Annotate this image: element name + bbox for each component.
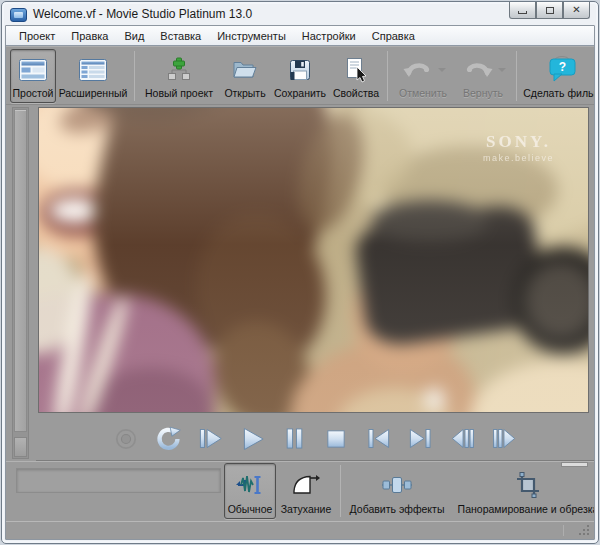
- add-effects-label: Добавить эффекты: [350, 503, 445, 516]
- redo-button[interactable]: Вернуть: [454, 49, 512, 103]
- fade-tool-label: Затухание: [281, 503, 332, 516]
- menu-project[interactable]: Проект: [11, 28, 63, 44]
- pause-icon: [281, 425, 308, 452]
- new-project-icon: [165, 52, 193, 87]
- record-icon: [113, 426, 139, 452]
- minimize-button[interactable]: [509, 2, 536, 19]
- undo-dropdown-arrow[interactable]: [438, 68, 446, 72]
- open-button[interactable]: Открыть: [219, 49, 271, 103]
- window-controls: ✕: [509, 2, 590, 19]
- transport-bar: [36, 417, 594, 461]
- go-to-start-button[interactable]: [363, 424, 393, 454]
- go-to-start-icon: [365, 425, 392, 452]
- advanced-view-button[interactable]: Расширенный: [56, 49, 130, 103]
- title-bar[interactable]: Welcome.vf - Movie Studio Platinum 13.0 …: [2, 2, 598, 25]
- advanced-view-label: Расширенный: [59, 87, 128, 100]
- menu-tools[interactable]: Инструменты: [209, 28, 294, 44]
- undo-label: Отменить: [399, 87, 447, 100]
- record-button[interactable]: [111, 424, 141, 454]
- stop-button[interactable]: [321, 424, 351, 454]
- menu-edit[interactable]: Правка: [63, 28, 116, 44]
- vertical-scrollbar[interactable]: [12, 107, 29, 459]
- pan-crop-label: Панорамирование и обрезка: [458, 503, 594, 516]
- open-label: Открыть: [224, 87, 265, 100]
- loop-playback-icon: [155, 425, 182, 452]
- play-button[interactable]: [237, 424, 267, 454]
- simple-view-label: Простой: [13, 87, 54, 100]
- next-frame-button[interactable]: [489, 424, 519, 454]
- normal-edit-tool-icon: [235, 466, 265, 503]
- save-button[interactable]: Сохранить: [271, 49, 329, 103]
- vertical-scrollbar-thumb[interactable]: [14, 109, 27, 432]
- go-to-end-button[interactable]: [405, 424, 435, 454]
- normal-tool-label: Обычное: [228, 503, 273, 516]
- previous-frame-button[interactable]: [447, 424, 477, 454]
- maximize-button[interactable]: [536, 2, 563, 19]
- play-icon: [238, 425, 266, 453]
- pan-crop-button[interactable]: Панорамирование и обрезка: [449, 463, 594, 519]
- toolbar-separator: [340, 465, 341, 517]
- menu-bar: Проект Правка Вид Вставка Инструменты На…: [6, 26, 594, 46]
- menu-options[interactable]: Настройки: [294, 28, 364, 44]
- loop-playback-button[interactable]: [153, 424, 183, 454]
- menu-insert[interactable]: Вставка: [152, 28, 209, 44]
- new-project-label: Новый проект: [145, 87, 213, 100]
- simple-view-button[interactable]: Простой: [10, 49, 56, 103]
- sony-logo-text: SONY.: [483, 132, 554, 152]
- normal-tool-button[interactable]: Обычное: [224, 463, 276, 519]
- main-toolbar: Простой Расширенный Новый проект Открыть: [6, 46, 594, 105]
- scrollbar-bottom-button[interactable]: [14, 437, 27, 457]
- stop-icon: [323, 426, 349, 452]
- redo-icon: [461, 52, 506, 87]
- sony-watermark: SONY. make.believe: [483, 132, 554, 163]
- open-folder-icon: [231, 52, 259, 87]
- status-info-box: [16, 468, 221, 493]
- new-project-button[interactable]: Новый проект: [139, 49, 219, 103]
- undo-icon: [401, 52, 446, 87]
- save-floppy-icon: [288, 52, 312, 87]
- preview-area: SONY. make.believe: [6, 105, 594, 461]
- properties-button[interactable]: Свойства: [329, 49, 383, 103]
- status-bar: [6, 521, 594, 539]
- toolbar-separator: [134, 51, 135, 101]
- pause-button[interactable]: [279, 424, 309, 454]
- properties-label: Свойства: [333, 87, 379, 100]
- make-movie-button[interactable]: ? Сделать фильм: [521, 49, 595, 103]
- redo-label: Вернуть: [463, 87, 503, 100]
- app-icon: [10, 8, 27, 22]
- go-to-end-icon: [407, 425, 434, 452]
- simple-layout-icon: [18, 52, 48, 87]
- toolbar-separator: [516, 51, 517, 101]
- previous-frame-icon: [449, 425, 476, 452]
- close-button[interactable]: ✕: [563, 2, 590, 19]
- sony-tagline-text: make.believe: [483, 153, 554, 163]
- toolbar-separator: [387, 51, 388, 101]
- add-effects-button[interactable]: Добавить эффекты: [345, 463, 449, 519]
- app-window: Welcome.vf - Movie Studio Platinum 13.0 …: [1, 1, 599, 544]
- play-from-start-icon: [197, 425, 224, 452]
- make-movie-balloon-icon: ?: [545, 52, 579, 87]
- statusbar-divider: [563, 525, 564, 536]
- menu-help[interactable]: Справка: [364, 28, 423, 44]
- make-movie-label: Сделать фильм: [523, 87, 595, 100]
- resize-grip-icon[interactable]: [579, 524, 590, 535]
- menu-view[interactable]: Вид: [116, 28, 152, 44]
- pan-crop-icon: [515, 466, 541, 503]
- video-preview: SONY. make.believe: [38, 107, 589, 413]
- edit-tools-row: Обычное Затухание Добавить эффекты: [224, 463, 594, 519]
- window-title: Welcome.vf - Movie Studio Platinum 13.0: [33, 7, 252, 21]
- properties-icon: [344, 52, 368, 87]
- play-from-start-button[interactable]: [195, 424, 225, 454]
- advanced-layout-icon: [78, 52, 108, 87]
- client-area: Проект Правка Вид Вставка Инструменты На…: [5, 25, 595, 540]
- add-effects-icon: [380, 466, 414, 503]
- save-label: Сохранить: [274, 87, 326, 100]
- edit-tools-panel: Обычное Затухание Добавить эффекты: [6, 461, 594, 521]
- next-frame-icon: [491, 425, 518, 452]
- fade-tool-button[interactable]: Затухание: [276, 463, 336, 519]
- redo-dropdown-arrow[interactable]: [498, 68, 506, 72]
- undo-button[interactable]: Отменить: [392, 49, 454, 103]
- question-glyph: ?: [559, 60, 566, 74]
- fade-curve-icon: [291, 466, 321, 503]
